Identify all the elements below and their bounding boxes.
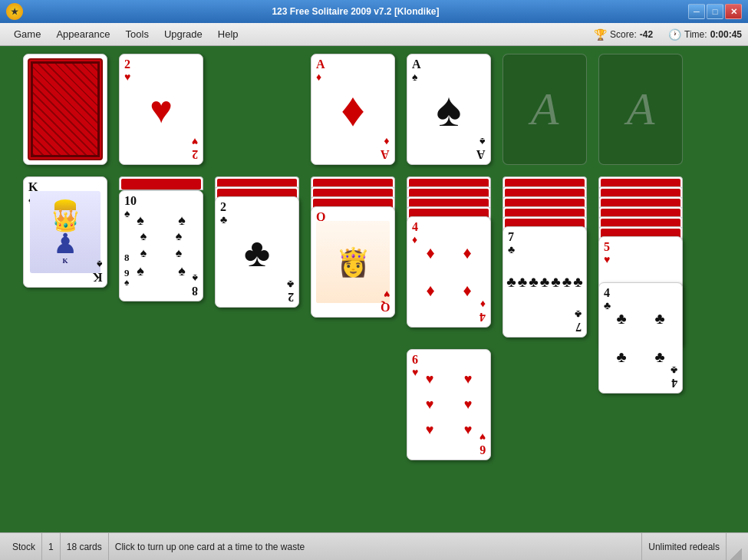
redeals-status: Unlimited redeals: [642, 533, 727, 560]
card-count: 18 cards: [61, 533, 109, 560]
tableau-col2-top[interactable]: 10 ♠ ♠♠ ♠♠ ♠♠ ♠♠ 9 ♠ 8 8 ♠: [119, 190, 203, 301]
stock-label: Stock: [6, 533, 42, 560]
clock-icon: 🕐: [668, 28, 681, 41]
minimize-button[interactable]: ─: [688, 4, 705, 19]
status-message: Click to turn up one card at a time to t…: [109, 533, 643, 560]
waste-pile[interactable]: 2 ♥ ♥ 2 ♥: [119, 54, 203, 165]
foundation-1[interactable]: A ♦ ♦ A ♦: [311, 54, 395, 165]
stock-pile[interactable]: [23, 54, 107, 165]
window-title: 123 Free Solitaire 2009 v7.2 [Klondike]: [23, 6, 688, 17]
tableau-col6-top[interactable]: 7 ♣ ♣♣♣ ♣♣♣ ♣ 7 ♣: [503, 226, 587, 338]
app-icon: ★: [6, 3, 23, 20]
time-value: 0:00:45: [710, 29, 742, 40]
maximize-button[interactable]: □: [707, 4, 723, 19]
game-area[interactable]: 2 ♥ ♥ 2 ♥ A ♦ ♦ A ♦ A ♠ ♠ A ♠ A: [0, 46, 748, 532]
stock-count: 1: [42, 533, 61, 560]
tableau-col5-6hearts[interactable]: 6 ♥ ♥♥ ♥♥ ♥♥ 6 ♥: [407, 349, 491, 460]
tableau-col3-top[interactable]: 2 ♣ ♣ 2 ♣: [215, 196, 299, 308]
time-label: Time:: [684, 29, 707, 40]
tableau-col2-back1: [119, 176, 203, 190]
tableau-col5-top[interactable]: 4 ♦ ♦♦ ♦♦ 4 ♦: [407, 216, 491, 328]
menu-tools[interactable]: Tools: [118, 25, 157, 43]
trophy-icon: 🏆: [594, 28, 607, 41]
resize-grip[interactable]: [727, 533, 742, 561]
tableau-col4-top[interactable]: Q ♥ 👸 Q ♥: [311, 206, 395, 318]
time-block: 🕐 Time: 0:00:45: [668, 28, 742, 41]
tableau-col7-4clubs[interactable]: 4 ♣ ♣♣ ♣♣ 4 ♣: [598, 282, 683, 394]
score-label: Score:: [610, 29, 637, 40]
tableau-col1-top[interactable]: K ♠ 👑 ♟ K K ♠: [23, 176, 107, 288]
menu-game[interactable]: Game: [6, 25, 48, 43]
close-button[interactable]: ✕: [725, 4, 742, 19]
score-value: -42: [640, 29, 653, 40]
score-block: 🏆 Score: -42: [594, 28, 653, 41]
foundation-4[interactable]: A: [598, 54, 683, 165]
foundation-2[interactable]: A ♠ ♠ A ♠: [407, 54, 491, 165]
foundation-3[interactable]: A: [503, 54, 587, 165]
menu-upgrade[interactable]: Upgrade: [157, 25, 210, 43]
status-bar: Stock 1 18 cards Click to turn up one ca…: [0, 532, 748, 560]
window-controls: ─ □ ✕: [688, 4, 742, 19]
menu-appearance[interactable]: Appearance: [48, 25, 117, 43]
title-bar: ★ 123 Free Solitaire 2009 v7.2 [Klondike…: [0, 0, 748, 23]
score-area: 🏆 Score: -42 🕐 Time: 0:00:45: [594, 28, 742, 41]
menu-help[interactable]: Help: [210, 25, 246, 43]
menu-bar: Game Appearance Tools Upgrade Help 🏆 Sco…: [0, 23, 748, 46]
